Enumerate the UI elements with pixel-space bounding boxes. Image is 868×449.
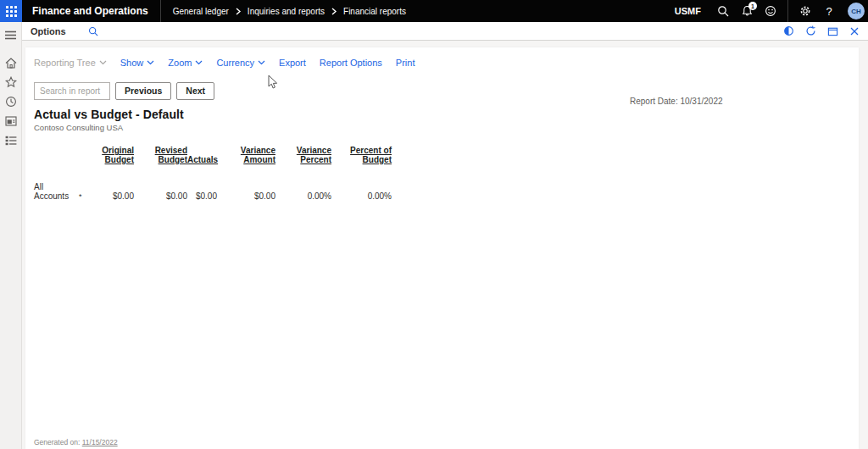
report-date: Report Date: 10/31/2022 [630, 97, 723, 106]
question-mark-icon: ? [826, 5, 832, 18]
settings-button[interactable] [795, 1, 815, 21]
refresh-button[interactable] [805, 25, 816, 36]
generated-on-text: Generated on: 11/15/2022 [34, 438, 118, 446]
generated-date: 11/15/2022 [82, 438, 118, 446]
column-header-variance-percent[interactable]: Variance Percent [275, 146, 331, 164]
cell-variance-amount: $0.00 [217, 191, 275, 201]
zoom-menu[interactable]: Zoom [168, 58, 203, 68]
company-selector[interactable]: USMF [675, 6, 701, 16]
chevron-down-icon [99, 60, 107, 65]
column-header-actuals[interactable]: Actuals [187, 155, 217, 164]
currency-label: Currency [216, 58, 254, 68]
breadcrumb-item-general-ledger[interactable]: General ledger [173, 7, 229, 16]
action-pane-search-button[interactable] [88, 26, 98, 36]
nav-favorites-button[interactable] [0, 73, 22, 91]
report-search-row: Previous Next [34, 81, 859, 100]
breadcrumb-item-financial-reports[interactable]: Financial reports [343, 7, 406, 16]
report-options-button[interactable]: Report Options [320, 58, 382, 68]
reporting-tree-label: Reporting Tree [34, 58, 96, 68]
gear-icon [799, 5, 811, 17]
cell-actuals: $0.00 [187, 191, 217, 201]
previous-button[interactable]: Previous [115, 82, 171, 100]
nav-workspaces-button[interactable] [0, 112, 22, 130]
nav-modules-button[interactable] [0, 131, 22, 150]
report-company-name: Contoso Consulting USA [34, 123, 859, 132]
column-header-percent-of-budget[interactable]: Percent of Budget [331, 146, 392, 164]
top-navigation-bar: Finance and Operations General ledger In… [0, 0, 868, 22]
feedback-button[interactable] [760, 1, 781, 21]
export-button[interactable]: Export [279, 58, 306, 68]
report-title: Actual vs Budget - Default [34, 108, 859, 121]
workspaces-icon [5, 116, 17, 126]
topbar-divider [787, 0, 788, 22]
column-header-revised-budget[interactable]: Revised Budget [134, 146, 187, 164]
office-apps-button[interactable] [783, 25, 794, 36]
action-pane: Options [22, 22, 868, 41]
table-header-row: Original Budget Revised Budget Actuals V… [34, 146, 859, 164]
column-header-variance-amount[interactable]: Variance Amount [217, 146, 275, 164]
nav-recent-button[interactable] [0, 92, 22, 111]
search-icon [88, 26, 98, 36]
next-button[interactable]: Next [176, 82, 214, 100]
nav-home-button[interactable] [0, 53, 22, 72]
column-header-original-budget[interactable]: Original Budget [85, 146, 134, 164]
left-nav-rail [0, 22, 22, 449]
cell-variance-percent: 0.00% [275, 191, 331, 201]
search-icon [717, 5, 729, 17]
search-button[interactable] [713, 1, 733, 21]
report-toolbar: Reporting Tree Show Zoom Currency Export… [34, 56, 859, 69]
print-button[interactable]: Print [396, 58, 415, 68]
show-menu[interactable]: Show [120, 58, 155, 68]
modules-icon [5, 136, 17, 146]
chevron-down-icon [195, 60, 203, 65]
app-launcher-button[interactable] [0, 0, 22, 22]
chevron-right-icon [331, 8, 337, 15]
chevron-down-icon [258, 60, 265, 65]
currency-menu[interactable]: Currency [216, 58, 265, 68]
zoom-label: Zoom [168, 58, 192, 68]
topbar-right-controls: USMF 1 ? CH [675, 0, 868, 22]
cell-revised-budget: $0.00 [134, 191, 187, 201]
reporting-tree-menu: Reporting Tree [34, 58, 107, 68]
hamburger-icon [5, 30, 16, 40]
close-button[interactable] [849, 26, 860, 36]
row-marker: * [76, 192, 85, 201]
open-in-new-window-button[interactable] [827, 25, 838, 36]
breadcrumb: General ledger Inquiries and reports Fin… [173, 7, 406, 16]
app-title[interactable]: Finance and Operations [22, 5, 160, 17]
tab-options[interactable]: Options [31, 26, 66, 36]
help-button[interactable]: ? [819, 1, 839, 21]
waffle-icon [6, 6, 17, 17]
clock-icon [5, 96, 17, 108]
chevron-right-icon [235, 8, 242, 15]
chevron-down-icon [147, 60, 154, 65]
table-row[interactable]: All Accounts * $0.00 $0.00 $0.00 $0.00 0… [34, 182, 859, 201]
star-icon [5, 76, 17, 88]
smiley-icon [765, 5, 776, 17]
user-avatar[interactable]: CH [848, 3, 865, 19]
row-label: All Accounts [34, 182, 76, 201]
action-pane-right-icons [783, 25, 868, 36]
expand-navigation-button[interactable] [0, 25, 22, 44]
show-label: Show [120, 58, 144, 68]
notifications-button[interactable]: 1 [737, 1, 757, 21]
popout-icon [827, 25, 838, 36]
refresh-icon [805, 25, 816, 36]
close-icon [849, 26, 860, 36]
cell-original-budget: $0.00 [85, 191, 134, 201]
breadcrumb-item-inquiries-and-reports[interactable]: Inquiries and reports [248, 7, 325, 16]
cell-percent-of-budget: 0.00% [331, 191, 392, 201]
search-in-report-input[interactable] [34, 82, 110, 100]
notification-badge: 1 [748, 2, 757, 10]
half-circle-icon [783, 25, 794, 36]
report-panel: Reporting Tree Show Zoom Currency Export… [25, 47, 859, 449]
home-icon [5, 58, 17, 69]
topbar-divider [160, 0, 161, 22]
report-table: Original Budget Revised Budget Actuals V… [34, 146, 859, 201]
